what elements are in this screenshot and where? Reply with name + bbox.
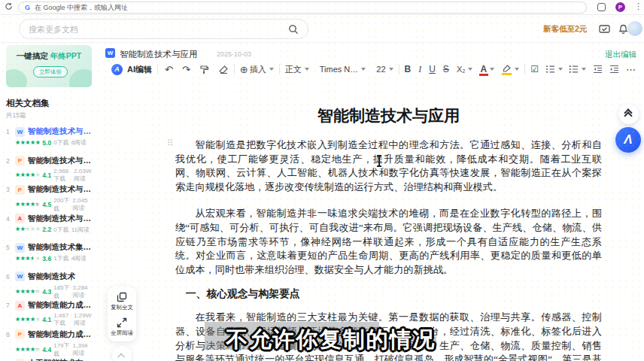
reads-count: 2,045阅读 [73, 197, 93, 212]
floating-right-buttons: Λ [615, 104, 641, 153]
item-rank: 1 [6, 128, 12, 135]
sidebar-section-count: 共15篇 [6, 111, 93, 120]
ai-assistant-logo-icon: Λ [624, 132, 632, 147]
ai-assistant-button[interactable]: Λ [615, 127, 641, 153]
related-doc-item[interactable]: 4A智能制造技术与应用★★★★★★★★★★2.20下载11阅读 [6, 214, 93, 243]
banner-title: 一键搞定 年终PPT [6, 51, 92, 62]
rating-value: 2.2 [42, 226, 51, 233]
undo-button[interactable]: ↶ [165, 65, 173, 74]
search-box[interactable] [19, 19, 308, 39]
reads-count: 1,394阅读 [73, 342, 93, 357]
task-list-button[interactable]: ☑ [530, 65, 539, 74]
item-stats: ★★★★★★★★★★4.12,966下载2.03W阅读 [15, 168, 93, 183]
extensions-icon[interactable] [597, 3, 606, 11]
item-rank: 5 [6, 244, 12, 251]
item-rank: 3 [6, 186, 12, 193]
bold-button[interactable]: B [405, 65, 412, 74]
related-doc-item[interactable]: 2P智能制造技术与应用★★★★★★★★★★4.12,966下载2.03W阅读 [6, 156, 93, 185]
item-title[interactable]: 智能制造能力成熟度… [28, 329, 93, 340]
editor-toolbar: A AI编辑 ↶ ↷ ⊕ 插入 正文 Times N… 22 [111, 60, 638, 78]
font-size-dropdown[interactable]: 22 [376, 65, 393, 74]
address-bar[interactable]: G 在 Google 中搜索，或输入网址 [18, 2, 587, 14]
downloads-count: 2,966下载 [53, 168, 71, 183]
chevron-down-icon [361, 68, 366, 71]
search-icon[interactable] [288, 24, 299, 35]
star-rating-icon: ★★★★★★★★★★ [15, 289, 40, 295]
item-rank: 6 [6, 273, 12, 281]
item-rank: 7 [6, 302, 12, 309]
toolbar-more-button[interactable]: ⋯ [626, 65, 636, 74]
task-list-icon: ☑ [530, 65, 539, 74]
item-stats: ★★★★★★★★★★4.5200下载2,045阅读 [15, 196, 93, 213]
highlighter-icon [502, 65, 512, 74]
italic-button[interactable]: I [418, 65, 421, 74]
search-input[interactable] [29, 25, 288, 34]
item-title[interactable]: 人工智能技术在智能… [28, 358, 93, 361]
fullscreen-read-button[interactable]: 全屏阅读 [111, 317, 133, 337]
document-title: 智能制造技术与应用 [175, 105, 602, 126]
item-title[interactable]: 智能制造技术与应用 [28, 126, 93, 137]
indent-decrease-button[interactable] [593, 65, 603, 74]
item-title[interactable]: 智能制造技术与应用 [28, 156, 93, 166]
item-title[interactable]: 智能制造能力成熟度… [28, 300, 93, 311]
downloads-count: 179下载 [53, 341, 70, 358]
related-doc-item[interactable]: 3P智能制造技术与应用★★★★★★★★★★4.5200下载2,045阅读 [6, 184, 93, 214]
highlight-button[interactable] [502, 65, 519, 74]
paragraph-2: 从宏观来看，智能制造并非一味追求尖端技术的堆砌，而是在企业数字化转型的路径上，围… [175, 207, 602, 277]
ai-logo-icon: A [111, 64, 123, 75]
browser-menu-icon[interactable]: ⋮ [634, 2, 642, 11]
item-title[interactable]: 智能制造技术 [28, 272, 93, 282]
bold-icon: B [405, 65, 412, 74]
ppt-promo-banner[interactable]: 一键搞定 年终PPT 立即体验 [6, 45, 92, 87]
rating-value: 4.1 [42, 171, 51, 179]
insert-button[interactable]: ⊕ 插入 [240, 64, 274, 75]
promo-text[interactable]: 新客低至2元 [543, 24, 587, 35]
underline-button[interactable]: U [429, 65, 436, 74]
rating-value: 4.4 [42, 346, 51, 353]
address-placeholder: 在 Google 中搜索，或输入网址 [35, 3, 128, 13]
redo-button[interactable]: ↷ [182, 65, 190, 74]
exit-edit-link[interactable]: 退出编辑 [605, 50, 636, 60]
related-doc-item[interactable]: 7A智能制造能力成熟度…★★★★★★★★★★4.11,467下载1.29W阅读 [6, 300, 93, 329]
eraser-button[interactable] [218, 65, 229, 74]
p-file-icon: P [15, 156, 25, 165]
font-family-dropdown[interactable]: Times N… [320, 65, 366, 74]
doc-file-icon: W [105, 48, 115, 58]
related-doc-item[interactable]: 9P人工智能技术在智能… [6, 358, 93, 361]
ai-edit-button[interactable]: A AI编辑 [111, 64, 152, 75]
bullet-list-button[interactable] [569, 65, 586, 74]
downloads-count: 200下载 [53, 196, 70, 213]
related-doc-item[interactable]: 6W智能制造技术★★★★★★★★★★4.3185下载3,284阅读 [6, 272, 93, 301]
collapse-panel-button[interactable] [112, 346, 132, 361]
related-doc-item[interactable]: 1W智能制造技术与应用★★★★★★★★★★5.00下载6阅读 [6, 126, 93, 156]
user-avatar[interactable] [627, 21, 642, 36]
reload-icon[interactable] [5, 2, 13, 11]
item-title[interactable]: 智能制造技术与应用 [28, 214, 93, 224]
strikethrough-button[interactable]: S [443, 65, 449, 74]
paragraph-drag-handle-icon[interactable]: ⠿ [167, 138, 173, 148]
font-color-icon: A [480, 64, 487, 74]
chevron-down-icon [490, 68, 494, 71]
indent-increase-button[interactable] [609, 65, 619, 74]
font-color-button[interactable]: A [480, 64, 494, 74]
text-cursor [378, 155, 380, 167]
italic-icon: I [418, 65, 421, 74]
item-title[interactable]: 智能制造技术集成与… [28, 242, 93, 253]
item-stats: ★★★★★★★★★★2.20下载11阅读 [15, 226, 93, 234]
back-to-top-button[interactable] [618, 104, 639, 124]
banner-try-button[interactable]: 立即体验 [33, 66, 68, 77]
reads-count: 1.29W阅读 [74, 312, 93, 327]
subscript-button[interactable]: X₂ [457, 65, 473, 74]
item-title[interactable]: 智能制造技术与应用 [28, 184, 93, 195]
coupon-icon[interactable] [598, 23, 611, 35]
indent-decrease-icon [593, 65, 603, 74]
paragraph-style-dropdown[interactable]: 正文 [285, 64, 309, 75]
ordered-list-button[interactable] [545, 65, 563, 74]
format-painter-button[interactable] [199, 65, 209, 74]
related-doc-item[interactable]: 5W智能制造技术集成与…★★★★★★★★★★3.61下载4阅读 [6, 242, 93, 272]
browser-profile-avatar[interactable]: P [615, 2, 625, 12]
related-doc-item[interactable]: 8P智能制造能力成熟度…★★★★★★★★★★4.4179下载1,394阅读 [6, 329, 93, 359]
copy-fulltext-button[interactable]: 复制全文 [111, 292, 133, 311]
item-stats: ★★★★★★★★★★4.11,467下载1.29W阅读 [15, 312, 93, 327]
downloads-count: 1,467下载 [53, 312, 71, 327]
